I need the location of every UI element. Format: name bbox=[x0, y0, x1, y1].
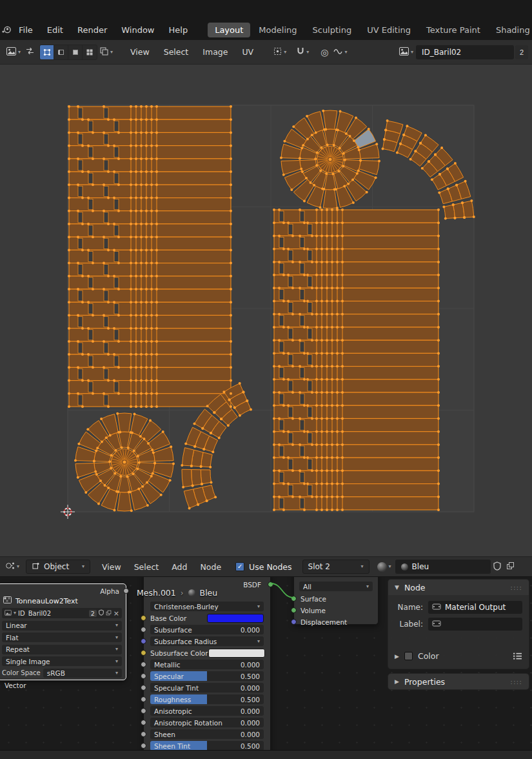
socket-purple-input[interactable] bbox=[141, 638, 146, 644]
shader-node-editor[interactable]: Mesh.001 › Bleu Alpha TonneauLow2Text ▾ … bbox=[0, 577, 532, 750]
presets-list-icon[interactable] bbox=[513, 652, 522, 660]
bsdf-input-anisotropic-rotation[interactable]: Anisotropic Rotation0.000 bbox=[150, 718, 264, 727]
output-input-volume[interactable]: Volume bbox=[300, 605, 371, 615]
workspace-tab-sculpting[interactable]: Sculpting bbox=[305, 23, 359, 37]
node-panel-header[interactable]: ▼ Node :::: bbox=[388, 580, 529, 595]
material-output-node[interactable]: All ▾ SurfaceVolumeDisplacement bbox=[293, 577, 379, 625]
bsdf-input-metallic[interactable]: Metallic0.000 bbox=[150, 660, 264, 669]
output-input-displacement[interactable]: Displacement bbox=[300, 617, 371, 627]
editor-type-dropdown[interactable]: ▾ bbox=[3, 559, 22, 574]
color-swatch[interactable] bbox=[207, 614, 264, 623]
topbar-menu-file[interactable]: File bbox=[12, 25, 40, 35]
bsdf-input-anisotropic[interactable]: Anisotropic0.000 bbox=[150, 706, 264, 716]
socket-grey-input[interactable] bbox=[141, 685, 146, 691]
shader-editor-menu-node[interactable]: Node bbox=[193, 562, 228, 572]
socket-grey-input[interactable] bbox=[141, 720, 146, 725]
socket-yellow-input[interactable] bbox=[141, 650, 146, 656]
socket-alpha-output[interactable] bbox=[123, 588, 129, 594]
material-browse-dropdown[interactable]: ▾ bbox=[375, 559, 394, 574]
color-space-select[interactable]: sRGB ▾ bbox=[43, 669, 122, 678]
subsurface-method-select[interactable]: Christensen-Burley ▾ bbox=[150, 602, 264, 611]
image-name-field[interactable]: ID_Baril02 bbox=[416, 45, 514, 59]
socket-grey-input[interactable] bbox=[141, 743, 146, 749]
socket-grey-input[interactable] bbox=[141, 662, 146, 667]
node-label-field[interactable] bbox=[428, 618, 522, 631]
uv-select-edge-button[interactable] bbox=[54, 45, 68, 59]
socket-grey-input[interactable] bbox=[141, 627, 146, 632]
color-checkbox[interactable] bbox=[404, 652, 413, 660]
panel-grip-icon[interactable]: :::: bbox=[510, 678, 522, 686]
shader-type-dropdown[interactable]: Object ▾ bbox=[26, 560, 90, 574]
topbar-menu-help[interactable]: Help bbox=[162, 25, 195, 35]
shader-editor-menu-view[interactable]: View bbox=[95, 562, 128, 572]
image-node-select-flat[interactable]: Flat▾ bbox=[2, 632, 122, 642]
bsdf-input-sheen[interactable]: Sheen0.000 bbox=[150, 729, 264, 739]
uv-select-island-button[interactable] bbox=[83, 45, 97, 59]
bsdf-input-sheen-tint[interactable]: Sheen Tint0.500 bbox=[150, 741, 264, 750]
pivot-point-dropdown[interactable]: ▾ bbox=[271, 45, 289, 60]
socket-grey-input[interactable] bbox=[141, 731, 146, 737]
bsdf-input-specular[interactable]: Specular0.500 bbox=[150, 671, 264, 681]
workspace-tab-shading[interactable]: Shading bbox=[489, 23, 532, 37]
image-texture-node[interactable]: Alpha TonneauLow2Text ▾ ID_Baril02 2 × L… bbox=[0, 583, 126, 680]
fake-user-shield-button[interactable] bbox=[491, 559, 504, 574]
node-name-field[interactable]: Material Output bbox=[428, 601, 522, 614]
snap-toggle[interactable]: ▾ bbox=[294, 45, 311, 60]
socket-green-input[interactable] bbox=[291, 607, 297, 613]
socket-purple-input[interactable] bbox=[291, 619, 297, 625]
bsdf-input-base-color[interactable]: Base Color bbox=[150, 613, 264, 623]
image-users-count[interactable]: 2 bbox=[89, 610, 97, 617]
uv-sync-selection-toggle[interactable] bbox=[23, 45, 37, 60]
workspace-tab-layout[interactable]: Layout bbox=[208, 23, 250, 37]
uv-editor-menu-image[interactable]: Image bbox=[195, 47, 235, 57]
socket-green-input[interactable] bbox=[291, 596, 297, 602]
socket-grey-input[interactable] bbox=[141, 696, 146, 702]
copy-icon[interactable] bbox=[106, 610, 112, 617]
image-node-select-single-image[interactable]: Single Image▾ bbox=[2, 656, 122, 666]
bsdf-input-specular-tint[interactable]: Specular Tint0.000 bbox=[150, 683, 264, 693]
image-node-select-repeat[interactable]: Repeat▾ bbox=[2, 645, 122, 654]
topbar-menu-edit[interactable]: Edit bbox=[40, 25, 70, 35]
principled-bsdf-node[interactable]: BSDF Christensen-Burley ▾ Base ColorSubs… bbox=[143, 577, 271, 750]
color-subpanel-header[interactable]: ▶ Color bbox=[395, 651, 522, 661]
shield-icon[interactable] bbox=[99, 609, 104, 617]
image-node-select-linear[interactable]: Linear▾ bbox=[2, 621, 122, 631]
duplicate-material-button[interactable] bbox=[504, 559, 517, 574]
output-target-select[interactable]: All ▾ bbox=[299, 582, 373, 591]
shader-editor-menu-select[interactable]: Select bbox=[128, 562, 166, 572]
image-datablock-selector[interactable]: ▾ ID_Baril02 2 × bbox=[2, 608, 122, 618]
topbar-menu-window[interactable]: Window bbox=[114, 25, 161, 35]
editor-type-dropdown[interactable]: ▾ bbox=[4, 45, 23, 60]
unlink-icon[interactable]: × bbox=[113, 610, 119, 617]
material-name-field[interactable]: Bleu bbox=[395, 560, 491, 574]
proportional-falloff-dropdown[interactable]: ▾ bbox=[331, 45, 350, 60]
uv-editor-viewport[interactable] bbox=[0, 65, 532, 556]
material-slot-dropdown[interactable]: Slot 2 ▾ bbox=[302, 560, 369, 574]
bsdf-input-subsurface[interactable]: Subsurface0.000 bbox=[150, 625, 264, 634]
use-nodes-checkbox[interactable]: ✓ Use Nodes bbox=[235, 562, 291, 572]
panel-grip-icon[interactable]: :::: bbox=[510, 583, 522, 592]
sticky-selection-dropdown[interactable]: ▾ bbox=[97, 45, 115, 60]
uv-editor-menu-select[interactable]: Select bbox=[157, 47, 196, 57]
image-users-count[interactable]: 2 bbox=[515, 45, 528, 59]
bsdf-input-roughness[interactable]: Roughness0.500 bbox=[150, 694, 264, 704]
proportional-editing-toggle[interactable]: ◎ bbox=[318, 45, 331, 60]
color-swatch[interactable] bbox=[208, 649, 265, 658]
uv-editor-menu-view[interactable]: View bbox=[123, 47, 157, 57]
workspace-tab-texture-paint[interactable]: Texture Paint bbox=[419, 23, 488, 37]
uv-editor-menu-uv[interactable]: UV bbox=[235, 47, 261, 57]
socket-grey-input[interactable] bbox=[141, 708, 146, 714]
uv-select-face-button[interactable] bbox=[68, 45, 83, 59]
uv-select-vertex-button[interactable] bbox=[40, 45, 54, 59]
properties-panel-header[interactable]: ▶ Properties :::: bbox=[388, 674, 529, 689]
blender-logo-icon[interactable] bbox=[1, 25, 12, 34]
workspace-tab-uv-editing[interactable]: UV Editing bbox=[360, 23, 418, 37]
socket-yellow-input[interactable] bbox=[141, 615, 146, 621]
socket-vector-input[interactable] bbox=[0, 683, 1, 689]
bsdf-input-subsurface-color[interactable]: Subsurface Color bbox=[150, 648, 264, 658]
shader-editor-menu-add[interactable]: Add bbox=[165, 562, 193, 572]
bsdf-input-subsurface-radius[interactable]: Subsurface Radius▾ bbox=[150, 636, 264, 646]
topbar-menu-render[interactable]: Render bbox=[70, 25, 114, 35]
socket-bsdf-output[interactable] bbox=[268, 582, 273, 587]
image-node-header[interactable]: TonneauLow2Text bbox=[3, 596, 121, 605]
